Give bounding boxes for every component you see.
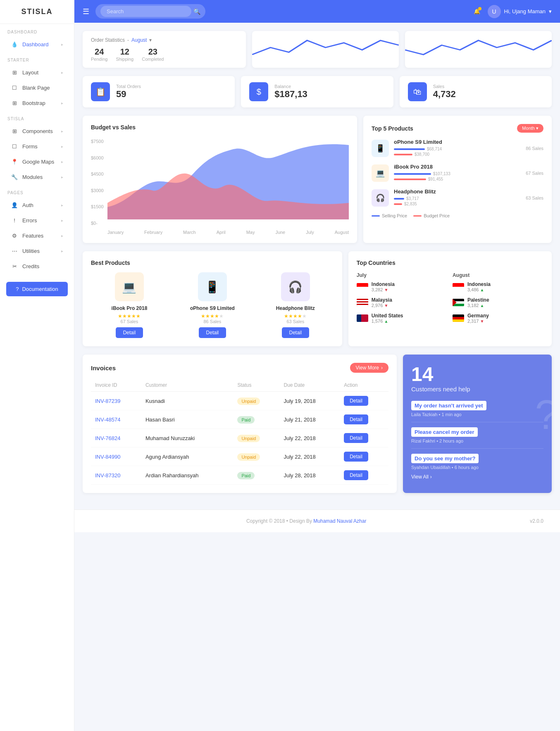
sidebar-item-utilities[interactable]: ⋯ Utilities ▸	[3, 243, 71, 258]
action-button[interactable]: Detail	[344, 452, 368, 462]
sidebar-item-modules[interactable]: 🔧 Modules ▸	[3, 169, 71, 184]
customer-name: Ardian Rahardiansyah	[141, 466, 234, 485]
price-budget-1: $38,700	[415, 152, 429, 157]
documentation-button[interactable]: ? Documentation	[6, 282, 68, 296]
view-all-button[interactable]: View All ›	[411, 474, 543, 480]
notification-button[interactable]: 🔔	[474, 8, 480, 14]
due-date: July 22, 2018	[279, 429, 340, 448]
product-item-1: 📱 oPhone S9 Limited $68,714 $38,700	[372, 139, 543, 157]
flag-indonesia-july	[357, 283, 368, 290]
arrow-icon: ▸	[61, 175, 63, 179]
action-button[interactable]: Detail	[344, 433, 368, 443]
trend-icon: ▲	[480, 288, 484, 292]
month-dropdown[interactable]: August	[131, 37, 147, 43]
user-menu[interactable]: U Hi, Ujang Maman ▾	[488, 5, 552, 18]
detail-button-ibook[interactable]: Detail	[116, 327, 143, 338]
july-header: July	[357, 272, 448, 278]
avatar: U	[488, 5, 501, 18]
prod-card-headphone: 🎧 Headphone Blitz ★★★★★ 63 Sales Detail	[257, 272, 334, 338]
prod-stars-headphone: ★★★★★	[257, 313, 334, 319]
dashboard-icon: 💧	[11, 40, 18, 48]
footer-designer-link[interactable]: Muhamad Nauval Azhar	[313, 518, 366, 524]
prod-name-headphone: Headphone Blitz	[257, 305, 334, 311]
action-cell: Detail	[340, 410, 388, 429]
sidebar-item-dashboard[interactable]: 💧 Dashboard ▸	[3, 37, 71, 52]
doc-icon: ?	[16, 286, 19, 292]
kpi-value: $187,13	[274, 89, 307, 100]
product-bars-3: $3,717 $2,835	[394, 196, 521, 206]
main-content: ☰ 🔍 🔔 U Hi, Ujang Maman ▾ Order Statisti…	[74, 0, 560, 731]
month-filter-button[interactable]: Month ▾	[517, 124, 543, 133]
country-us-july: United States 1,576 ▲	[357, 313, 448, 324]
footer-version: v2.0.0	[530, 518, 552, 524]
search-button[interactable]: 🔍	[193, 8, 200, 15]
price-selling-2: $107,133	[433, 171, 450, 176]
issue-title-1[interactable]: My order hasn't arrived yet	[411, 401, 486, 410]
forms-icon: ☐	[11, 143, 18, 150]
balance-icon: $	[249, 82, 268, 101]
shipping-label: Shipping	[116, 57, 133, 62]
sidebar-item-credits[interactable]: ✂ Credits	[3, 259, 71, 274]
prod-sales-headphone: 63 Sales	[257, 319, 334, 324]
table-row: INV-76824 Muhamad Nuruzzaki Unpaid July …	[91, 429, 388, 448]
doc-label: Documentation	[22, 286, 58, 292]
sidebar-item-google-maps[interactable]: 📍 Google Maps ▸	[3, 154, 71, 169]
trend-icon: ▼	[384, 288, 388, 292]
chevron-down-icon: ▾	[549, 8, 552, 14]
sidebar-item-bootstrap[interactable]: ⊞ Bootstrap ▸	[3, 95, 71, 110]
completed-stat: 23 Completed	[142, 47, 164, 62]
sidebar-item-auth[interactable]: 👤 Auth ▸	[3, 198, 71, 212]
header: ☰ 🔍 🔔 U Hi, Ujang Maman ▾	[74, 0, 560, 23]
view-more-button[interactable]: View More ›	[350, 363, 388, 373]
action-cell: Detail	[340, 429, 388, 448]
utilities-icon: ⋯	[11, 247, 18, 255]
action-button[interactable]: Detail	[344, 396, 368, 406]
invoice-status: Paid	[233, 410, 279, 429]
arrow-icon: ▸	[61, 203, 63, 207]
best-products-title: Best Products	[91, 260, 334, 266]
sidebar-item-forms[interactable]: ☐ Forms ▸	[3, 139, 71, 154]
detail-button-headphone[interactable]: Detail	[282, 327, 310, 338]
kpi-label: Sales	[433, 84, 456, 89]
x-axis: January February March April May June Ju…	[107, 230, 349, 235]
due-date: July 28, 2018	[279, 466, 340, 485]
search-input[interactable]	[100, 6, 191, 17]
sidebar-item-errors[interactable]: ! Errors ▸	[3, 213, 71, 228]
country-de-august: Germany 2,317 ▼	[453, 313, 543, 324]
total-orders-icon: 📋	[91, 82, 110, 101]
mini-chart-1	[252, 31, 399, 68]
action-button[interactable]: Detail	[344, 470, 368, 480]
product-name-3: Headphone Blitz	[394, 188, 521, 195]
product-item-2: 💻 iBook Pro 2018 $107,133 $91,455	[372, 164, 543, 182]
arrow-icon: ▸	[61, 160, 63, 164]
august-header: August	[453, 272, 543, 278]
kpi-balance: $ Balance $187,13	[241, 76, 393, 107]
sidebar-item-features[interactable]: ⚙ Features ▸	[3, 228, 71, 243]
customer-name: Hasan Basri	[141, 410, 234, 429]
y-axis: $7500 $6000 $4500 $3000 $1500 $0-	[91, 137, 104, 228]
sidebar-item-components[interactable]: ⊞ Components ▸	[3, 124, 71, 138]
col-invoice-id: Invoice ID	[91, 379, 141, 392]
pending-value: 24	[91, 47, 107, 57]
search-icon: 🔍	[193, 8, 200, 15]
detail-button-ophone[interactable]: Detail	[199, 327, 226, 338]
bar-budget-1	[394, 154, 412, 155]
arrow-icon: ▸	[61, 144, 63, 149]
july-column: July Indonesia 3,282 ▼	[357, 272, 448, 329]
sidebar-item-blank[interactable]: ☐ Blank Page	[3, 80, 71, 95]
invoices-card: Invoices View More › Invoice ID Customer…	[83, 355, 397, 493]
bar-selling-2	[394, 173, 431, 175]
hamburger-button[interactable]: ☰	[83, 7, 89, 16]
issue-title-2[interactable]: Please cancel my order	[411, 427, 478, 437]
country-id-july: Indonesia 3,282 ▼	[357, 281, 448, 292]
action-button[interactable]: Detail	[344, 414, 368, 424]
stats-row: Order Statistics - August ▾ 24 Pending 1…	[83, 31, 552, 68]
trend-icon: ▼	[384, 303, 388, 308]
sidebar-item-layout[interactable]: ⊞ Layout ▸	[3, 65, 71, 80]
prod-card-ophone: 📱 oPhone S9 Limited ★★★★★ 86 Sales Detai…	[174, 272, 251, 338]
footer: Copyright © 2018 • Design By Muhamad Nau…	[74, 510, 560, 532]
issue-title-3[interactable]: Do you see my mother?	[411, 454, 479, 463]
prod-stars-ophone: ★★★★★	[174, 313, 251, 319]
product-name-2: iBook Pro 2018	[394, 164, 521, 170]
invoice-status: Paid	[233, 466, 279, 485]
